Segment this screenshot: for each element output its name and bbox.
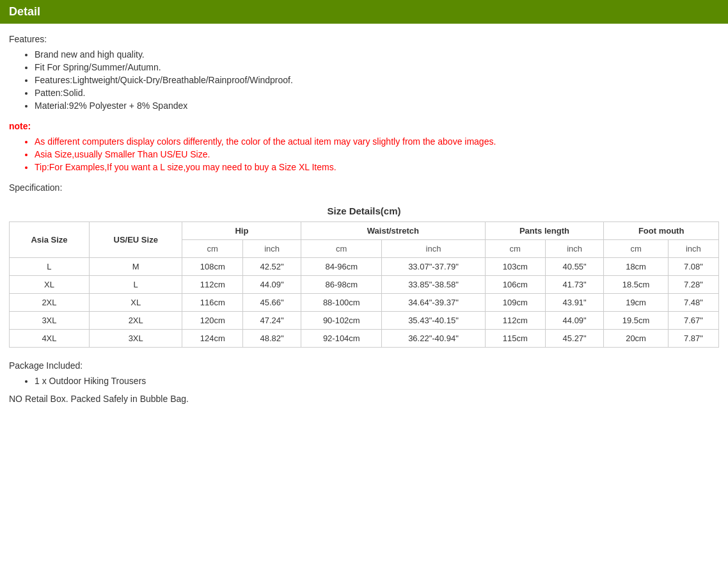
sub-foot-cm: cm [604,240,669,258]
list-item: Tip:For Examples,If you want a L size,yo… [35,162,719,172]
list-item: Brand new and high quality. [35,49,719,60]
size-table: Asia Size US/EU Size Hip Waist/stretch P… [9,221,719,348]
col-pants: Pants length [485,222,604,240]
header-bar: Detail [0,0,728,24]
specification-label: Specification: [9,182,719,193]
header-title: Detail [9,5,40,18]
sub-foot-inch: inch [668,240,718,258]
features-label: Features: [9,34,719,44]
sub-pants-inch: inch [546,240,604,258]
table-row: LM108cm42.52"84-96cm33.07"-37.79"103cm40… [10,258,719,276]
sub-waist-cm: cm [301,240,382,258]
list-item: As different computers display colors di… [35,136,719,147]
features-list: Brand new and high quality. Fit For Spri… [9,49,719,111]
no-retail-note: NO Retail Box. Packed Safely in Bubble B… [9,394,719,404]
note-label: note: [9,121,719,131]
list-item: Features:Lightweight/Quick-Dry/Breathabl… [35,75,719,85]
col-hip: Hip [182,222,301,240]
package-label: Package Included: [9,360,719,371]
col-waist: Waist/stretch [301,222,485,240]
list-item: Patten:Solid. [35,88,719,98]
package-list: 1 x Outdoor Hiking Trousers [9,376,719,386]
table-row: 4XL3XL124cm48.82"92-104cm36.22"-40.94"11… [10,330,719,348]
table-row: 3XL2XL120cm47.24"90-102cm35.43"-40.15"11… [10,312,719,330]
list-item: Asia Size,usually Smaller Than US/EU Siz… [35,149,719,159]
col-asia-size: Asia Size [10,222,90,258]
size-table-container: Size Details(cm) Asia Size US/EU Size Hi… [9,205,719,348]
sub-pants-cm: cm [485,240,545,258]
size-table-title: Size Details(cm) [9,205,719,216]
main-content: Features: Brand new and high quality. Fi… [0,34,728,417]
list-item: 1 x Outdoor Hiking Trousers [35,376,719,386]
note-list: As different computers display colors di… [9,136,719,172]
col-us-eu-size: US/EU Size [89,222,182,258]
col-foot: Foot mouth [604,222,719,240]
list-item: Material:92% Polyester + 8% Spandex [35,101,719,111]
list-item: Fit For Spring/Summer/Autumn. [35,62,719,72]
sub-waist-inch: inch [382,240,485,258]
sub-hip-inch: inch [242,240,301,258]
sub-hip-cm: cm [182,240,242,258]
table-row: XLL112cm44.09"86-98cm33.85"-38.58"106cm4… [10,276,719,294]
table-row: 2XLXL116cm45.66"88-100cm34.64"-39.37"109… [10,294,719,312]
